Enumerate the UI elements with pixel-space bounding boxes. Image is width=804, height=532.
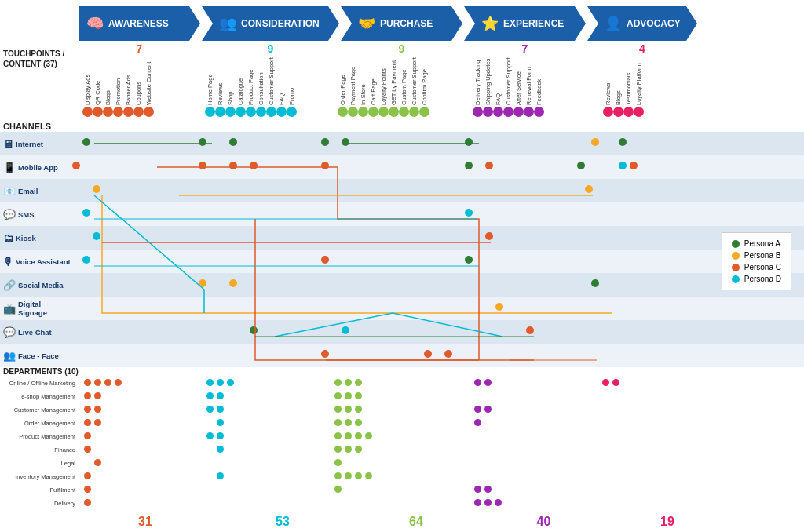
tp-dot bbox=[133, 107, 144, 117]
legend-dot-c bbox=[732, 264, 740, 271]
channel-dot bbox=[229, 138, 237, 146]
tp-dot bbox=[348, 107, 358, 117]
sms-content bbox=[71, 202, 804, 226]
dept-row: Legal bbox=[0, 457, 804, 470]
tp-label: Testimonials bbox=[623, 49, 634, 105]
dept-dot bbox=[334, 459, 342, 466]
tp-dot bbox=[513, 107, 524, 117]
stage-advocacy: 👤 ADVOCACY bbox=[587, 6, 697, 41]
channel-dot bbox=[465, 138, 473, 146]
tp-label: Customer Support bbox=[503, 49, 513, 105]
tp-label: Loyalty Platform bbox=[634, 49, 644, 105]
dept-label: Customer Management bbox=[0, 406, 79, 414]
channel-dot bbox=[250, 162, 258, 169]
digital-content bbox=[71, 297, 804, 320]
tp-dot bbox=[613, 107, 623, 117]
tp-label: Promo bbox=[287, 49, 297, 105]
tp-label: Coupons bbox=[133, 49, 144, 105]
tp-label: Display Ads bbox=[82, 49, 93, 105]
dept-dots-row bbox=[79, 457, 804, 470]
channel-row-face: 👥 Face - Face bbox=[0, 344, 804, 367]
tp-dot bbox=[215, 107, 225, 117]
tp-label: Blogs bbox=[613, 49, 623, 105]
channel-dot bbox=[93, 185, 100, 193]
dept-dot bbox=[345, 379, 352, 386]
channel-dot bbox=[585, 185, 593, 193]
count-experience: 40 bbox=[479, 515, 608, 529]
dept-dot bbox=[365, 472, 372, 479]
legend-item-d: Persona D bbox=[732, 275, 781, 283]
tp-dot bbox=[378, 107, 389, 117]
tp-dot bbox=[503, 107, 513, 117]
dept-dot bbox=[94, 406, 101, 413]
dept-dot bbox=[345, 432, 352, 439]
channel-row-sms: 💬 SMS bbox=[0, 202, 804, 226]
dept-dot bbox=[334, 432, 342, 439]
channel-dot bbox=[591, 138, 599, 146]
tp-dot bbox=[634, 107, 644, 117]
tp-label: FAQ bbox=[276, 49, 287, 105]
count-purchase: 64 bbox=[353, 515, 479, 529]
face-icon: 👥 bbox=[3, 350, 16, 362]
tp-dot bbox=[113, 107, 123, 117]
tp-dot bbox=[419, 107, 429, 117]
channel-dot bbox=[72, 162, 80, 169]
social-icon: 🔗 bbox=[3, 279, 16, 291]
dept-label: Finance bbox=[0, 446, 79, 454]
mobile-content bbox=[71, 155, 804, 179]
tp-dot bbox=[368, 107, 378, 117]
tp-label: Payment Page bbox=[348, 49, 358, 105]
dept-dot bbox=[206, 379, 214, 386]
dept-dots-row bbox=[79, 430, 804, 443]
dept-label: Fulfilment bbox=[0, 486, 79, 494]
tp-dot bbox=[409, 107, 419, 117]
tp-label: Customer Support bbox=[266, 49, 276, 105]
dept-dot bbox=[217, 406, 224, 413]
dept-row: Customer Management bbox=[0, 403, 804, 417]
channel-label-internet: 🖥 Internet bbox=[0, 138, 71, 150]
channel-dot bbox=[495, 303, 503, 311]
legend-item-b: Persona B bbox=[732, 251, 781, 260]
dept-dot bbox=[355, 432, 362, 439]
advocacy-label: ADVOCACY bbox=[627, 18, 681, 29]
channel-label-digital: 📺 Digital Signage bbox=[0, 300, 71, 317]
tp-label: Blogs bbox=[103, 49, 113, 105]
tp-label: Delivery Tracking bbox=[473, 49, 483, 105]
channel-row-digital: 📺 Digital Signage bbox=[0, 297, 804, 320]
tp-label: FAQ bbox=[493, 49, 503, 105]
channel-row-internet: 🖥 Internet bbox=[0, 132, 804, 155]
tp-label: Home Page bbox=[205, 49, 215, 105]
channel-dot bbox=[465, 162, 473, 169]
tp-label: Cart Page bbox=[368, 49, 378, 105]
stage-purchase: 🤝 PURCHASE bbox=[341, 6, 462, 41]
dept-dot bbox=[334, 486, 342, 493]
dept-dot bbox=[84, 406, 91, 413]
dept-row: e-shop Management bbox=[0, 390, 804, 403]
dept-label: Delivery bbox=[0, 500, 79, 507]
dept-dot bbox=[334, 472, 342, 479]
tp-dot bbox=[123, 107, 133, 117]
face-content bbox=[71, 344, 804, 367]
tp-label: Banner Ads bbox=[123, 49, 133, 105]
dept-row: Finance bbox=[0, 443, 804, 457]
dept-dot bbox=[217, 432, 224, 439]
livechat-label-text: Live Chat bbox=[18, 328, 52, 337]
tp-dot bbox=[93, 107, 103, 117]
channel-dot bbox=[619, 138, 627, 146]
channel-label-voice: 🎙 Voice Assistant bbox=[0, 256, 71, 268]
stage-experience: ⭐ EXPERIENCE bbox=[464, 6, 586, 41]
dept-row: Product Management bbox=[0, 430, 804, 443]
dept-dot bbox=[345, 472, 352, 479]
channel-dot bbox=[82, 209, 90, 217]
consideration-icon: 👥 bbox=[219, 15, 236, 32]
purchase-label: PURCHASE bbox=[380, 18, 433, 29]
tp-label: Catalogue bbox=[236, 49, 246, 105]
channel-dot bbox=[321, 256, 329, 264]
mobile-icon: 📱 bbox=[3, 162, 16, 173]
dept-dot bbox=[84, 499, 91, 506]
livechat-content bbox=[71, 320, 804, 344]
tp-label: In-Store bbox=[358, 49, 368, 105]
dept-dot bbox=[365, 432, 372, 439]
advocacy-icon: 👤 bbox=[605, 15, 622, 32]
legend-item-a: Persona A bbox=[732, 239, 781, 248]
